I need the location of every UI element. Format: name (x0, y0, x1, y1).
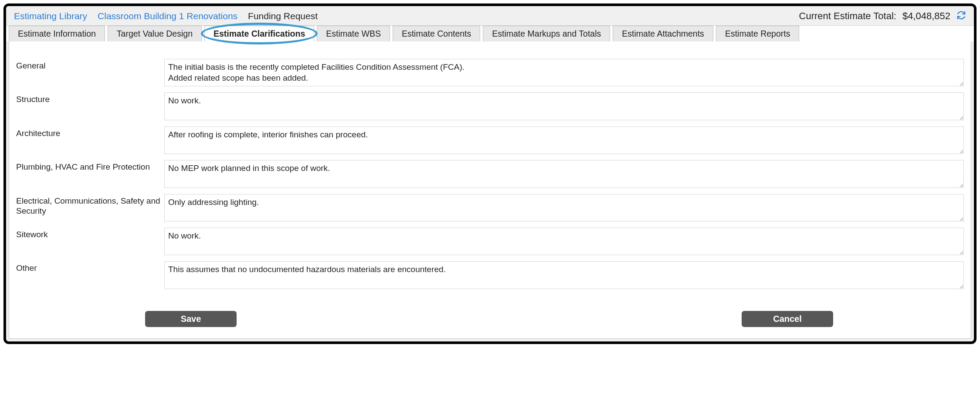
breadcrumb-project-link[interactable]: Classroom Building 1 Renovations (98, 11, 237, 21)
field-input-architecture[interactable] (164, 126, 964, 154)
cancel-button[interactable]: Cancel (742, 311, 833, 327)
field-label-mep: Plumbing, HVAC and Fire Protection (16, 160, 164, 172)
tab-estimate-clarifications[interactable]: Estimate Clarifications (204, 26, 314, 41)
tab-estimate-wbs[interactable]: Estimate WBS (317, 26, 390, 41)
field-label-other: Other (16, 261, 164, 273)
field-input-mep[interactable] (164, 160, 964, 188)
tab-row: Estimate InformationTarget Value DesignE… (6, 25, 974, 41)
tab-estimate-information[interactable]: Estimate Information (9, 26, 105, 41)
app-frame: Estimating Library Classroom Building 1 … (3, 3, 977, 344)
total-label: Current Estimate Total: (799, 10, 896, 22)
field-row-architecture: Architecture (16, 126, 964, 156)
breadcrumb: Estimating Library Classroom Building 1 … (14, 11, 318, 21)
breadcrumb-page: Funding Request (248, 11, 318, 21)
field-input-general[interactable] (164, 59, 964, 86)
field-row-elec: Electrical, Communications, Safety and S… (16, 194, 964, 223)
field-row-general: General (16, 59, 964, 88)
total-value: $4,048,852 (902, 10, 950, 22)
save-button[interactable]: Save (145, 311, 237, 327)
field-row-other: Other (16, 261, 964, 290)
field-input-structure[interactable] (164, 92, 964, 120)
breadcrumb-library-link[interactable]: Estimating Library (14, 11, 87, 21)
tab-estimate-reports[interactable]: Estimate Reports (716, 26, 800, 41)
field-label-structure: Structure (16, 92, 164, 105)
field-row-structure: Structure (16, 92, 964, 122)
tab-target-value-design[interactable]: Target Value Design (108, 26, 202, 41)
field-input-sitework[interactable] (164, 228, 964, 255)
button-row: Save Cancel (16, 311, 964, 327)
tab-estimate-markups-and-totals[interactable]: Estimate Markups and Totals (483, 26, 610, 41)
field-label-general: General (16, 59, 164, 71)
field-input-other[interactable] (164, 261, 964, 289)
refresh-icon[interactable] (956, 10, 966, 22)
field-label-architecture: Architecture (16, 126, 164, 139)
field-label-elec: Electrical, Communications, Safety and S… (16, 194, 164, 217)
tab-estimate-attachments[interactable]: Estimate Attachments (613, 26, 713, 41)
tab-estimate-contents[interactable]: Estimate Contents (393, 26, 480, 41)
field-label-sitework: Sitework (16, 228, 164, 240)
field-row-sitework: Sitework (16, 228, 964, 257)
field-input-elec[interactable] (164, 194, 964, 222)
header-total: Current Estimate Total: $4,048,852 (799, 10, 966, 22)
field-row-mep: Plumbing, HVAC and Fire Protection (16, 160, 964, 189)
content-area: GeneralStructureArchitecturePlumbing, HV… (9, 41, 971, 339)
header-bar: Estimating Library Classroom Building 1 … (6, 6, 974, 25)
